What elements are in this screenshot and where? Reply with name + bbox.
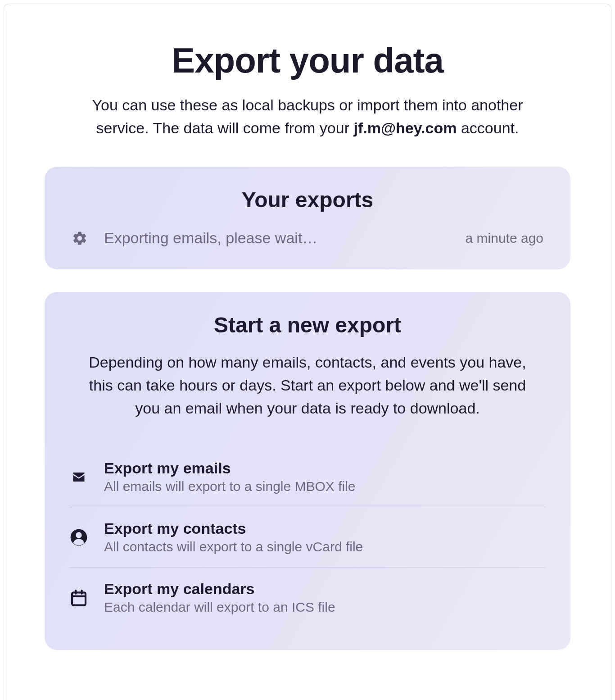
export-contacts-option[interactable]: Export my contacts All contacts will exp… — [70, 507, 545, 568]
export-status-row: Exporting emails, please wait… a minute … — [70, 226, 545, 247]
export-contacts-text: Export my contacts All contacts will exp… — [104, 520, 363, 555]
export-calendars-option[interactable]: Export my calendars Each calendar will e… — [70, 568, 545, 627]
export-calendars-desc: Each calendar will export to an ICS file — [104, 600, 335, 615]
export-emails-label: Export my emails — [104, 459, 356, 477]
export-status-text: Exporting emails, please wait… — [104, 229, 449, 247]
new-export-card: Start a new export Depending on how many… — [45, 292, 570, 650]
new-export-title: Start a new export — [70, 313, 545, 337]
your-exports-title: Your exports — [70, 187, 545, 212]
export-contacts-desc: All contacts will export to a single vCa… — [104, 539, 363, 555]
export-contacts-label: Export my contacts — [104, 520, 363, 537]
export-emails-desc: All emails will export to a single MBOX … — [104, 479, 356, 494]
envelope-icon — [70, 468, 88, 486]
page-container: Export your data You can use these as lo… — [4, 4, 611, 700]
export-options-list: Export my emails All emails will export … — [70, 447, 545, 627]
page-subtitle: You can use these as local backups or im… — [69, 94, 546, 140]
export-status-time: a minute ago — [466, 231, 543, 246]
export-emails-option[interactable]: Export my emails All emails will export … — [70, 447, 545, 507]
new-export-subtitle: Depending on how many emails, contacts, … — [80, 351, 535, 420]
gear-icon — [72, 230, 88, 246]
subtitle-post: account. — [457, 119, 519, 136]
svg-rect-2 — [72, 592, 86, 605]
account-email: jf.m@hey.com — [353, 119, 457, 136]
export-calendars-text: Export my calendars Each calendar will e… — [104, 580, 335, 615]
svg-point-1 — [76, 532, 81, 538]
page-title: Export your data — [45, 40, 570, 81]
your-exports-card: Your exports Exporting emails, please wa… — [45, 167, 570, 269]
export-emails-text: Export my emails All emails will export … — [104, 459, 356, 494]
export-calendars-label: Export my calendars — [104, 580, 335, 598]
calendar-icon — [70, 589, 88, 607]
person-icon — [70, 528, 88, 546]
